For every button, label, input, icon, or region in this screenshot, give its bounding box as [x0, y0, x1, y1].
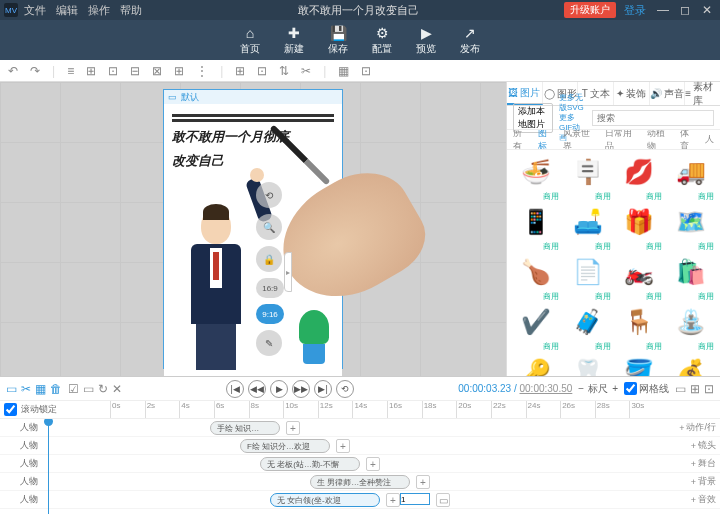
- tl-cut-icon[interactable]: ✂: [21, 382, 31, 396]
- prev-button[interactable]: |◀: [226, 380, 244, 398]
- toolbar-icon[interactable]: ↶: [8, 64, 18, 78]
- panel-tab-声音[interactable]: 🔊声音: [650, 82, 686, 105]
- timeline-clip[interactable]: F绘 知识分…欢迎: [240, 439, 330, 453]
- asset-item[interactable]: 🪑商用: [615, 304, 665, 352]
- tl-opt2-icon[interactable]: ⊞: [690, 382, 700, 396]
- add-clip-button[interactable]: +: [366, 457, 380, 471]
- zoom-tool[interactable]: 🔍: [256, 214, 282, 240]
- login-link[interactable]: 登录: [624, 3, 646, 18]
- category-体育[interactable]: 体育: [680, 130, 697, 150]
- rotate-tool[interactable]: ⟲: [256, 182, 282, 208]
- asset-item[interactable]: 🚚商用: [666, 154, 716, 202]
- timeline-clip[interactable]: 无 女白领(坐-欢迎: [270, 493, 380, 507]
- nav-2[interactable]: 💾保存: [328, 25, 348, 56]
- asset-item[interactable]: 🍗商用: [511, 254, 561, 302]
- asset-item[interactable]: 💰: [666, 354, 716, 376]
- menu-edit[interactable]: 编辑: [56, 3, 78, 18]
- asset-item[interactable]: 💋商用: [615, 154, 665, 202]
- row-track[interactable]: 无 女白领(坐-欢迎+▭: [110, 491, 664, 508]
- category-图标[interactable]: 图标: [538, 130, 555, 150]
- row-track[interactable]: F绘 知识分…欢迎+: [110, 437, 664, 454]
- tl-rect-icon[interactable]: ▭: [83, 382, 94, 396]
- toolbar-icon[interactable]: ↷: [30, 64, 40, 78]
- plant-decor[interactable]: [296, 310, 332, 370]
- toolbar-icon[interactable]: ⊡: [257, 64, 267, 78]
- add-local-image-button[interactable]: 添加本地图片: [513, 103, 553, 133]
- time-ruler[interactable]: 0s2s4s6s8s10s12s14s16s18s20s22s24s26s28s…: [110, 401, 664, 418]
- more-svg-link[interactable]: 更多无版SVG: [559, 93, 586, 113]
- asset-item[interactable]: 🔑: [511, 354, 561, 376]
- row-track[interactable]: 手绘 知识…+: [110, 419, 664, 436]
- total-time[interactable]: 00:00:30.50: [519, 383, 572, 394]
- tl-del-icon[interactable]: 🗑: [50, 382, 62, 396]
- canvas-area[interactable]: ▭ 默认 敢不敢用一个月彻底 改变自己: [0, 82, 506, 376]
- side-add-button[interactable]: +: [691, 459, 696, 469]
- toolbar-icon[interactable]: ⊟: [130, 64, 140, 78]
- tl-refresh-icon[interactable]: ↻: [98, 382, 108, 396]
- toolbar-icon[interactable]: ✂: [301, 64, 311, 78]
- lock-tool[interactable]: 🔒: [256, 246, 282, 272]
- menu-help[interactable]: 帮助: [120, 3, 142, 18]
- nav-1[interactable]: ✚新建: [284, 25, 304, 56]
- toolbar-icon[interactable]: ⊡: [108, 64, 118, 78]
- zoom-in-button[interactable]: +: [612, 383, 618, 394]
- gridline-checkbox[interactable]: 网格线: [624, 382, 669, 396]
- panel-tab-图片[interactable]: 🖼图片: [507, 82, 543, 105]
- asset-item[interactable]: 🦷: [563, 354, 613, 376]
- row-track[interactable]: 生 男律师…全种赞注+: [110, 473, 664, 490]
- asset-item[interactable]: 🪧商用: [563, 154, 613, 202]
- tl-x-icon[interactable]: ✕: [112, 382, 122, 396]
- category-日常用品[interactable]: 日常用品: [605, 130, 639, 150]
- timeline-clip[interactable]: 生 男律师…全种赞注: [310, 475, 410, 489]
- playhead[interactable]: [48, 419, 49, 514]
- category-所有[interactable]: 所有: [513, 130, 530, 150]
- category-动植物[interactable]: 动植物: [647, 130, 672, 150]
- menu-action[interactable]: 操作: [88, 3, 110, 18]
- ratio-16-9[interactable]: 16:9: [256, 278, 284, 298]
- minimize-button[interactable]: —: [654, 3, 672, 17]
- side-add-button[interactable]: +: [691, 477, 696, 487]
- add-clip-button[interactable]: +: [416, 475, 430, 489]
- tl-grid-icon[interactable]: ▦: [35, 382, 46, 396]
- tl-clip-icon[interactable]: ▭: [6, 382, 17, 396]
- clip-extra-icon[interactable]: ▭: [436, 493, 450, 507]
- asset-item[interactable]: 📄商用: [563, 254, 613, 302]
- add-clip-button[interactable]: +: [336, 439, 350, 453]
- maximize-button[interactable]: ◻: [676, 3, 694, 17]
- clip-edit-input[interactable]: [400, 493, 430, 505]
- asset-search-input[interactable]: [592, 110, 714, 126]
- panel-tab-装饰[interactable]: ✦装饰: [614, 82, 650, 105]
- asset-item[interactable]: 🏍️商用: [615, 254, 665, 302]
- back-button[interactable]: ◀◀: [248, 380, 266, 398]
- play-button[interactable]: ▶: [270, 380, 288, 398]
- asset-item[interactable]: 🧳商用: [563, 304, 613, 352]
- loop-button[interactable]: ⟲: [336, 380, 354, 398]
- asset-item[interactable]: 📱商用: [511, 204, 561, 252]
- timeline-clip[interactable]: 手绘 知识…: [210, 421, 280, 435]
- headline-text-1[interactable]: 敢不敢用一个月彻底: [172, 128, 334, 146]
- tl-check-icon[interactable]: ☑: [68, 382, 79, 396]
- menu-file[interactable]: 文件: [24, 3, 46, 18]
- toolbar-icon[interactable]: ⊞: [235, 64, 245, 78]
- toolbar-icon[interactable]: ≡: [67, 64, 74, 78]
- canvas-frame[interactable]: ▭ 默认 敢不敢用一个月彻底 改变自己: [163, 89, 343, 369]
- asset-item[interactable]: ✔️商用: [511, 304, 561, 352]
- toolbar-icon[interactable]: ⋮: [196, 64, 208, 78]
- upgrade-button[interactable]: 升级账户: [564, 2, 616, 18]
- panel-collapse-handle[interactable]: ▸: [284, 252, 292, 292]
- next-button[interactable]: ▶|: [314, 380, 332, 398]
- toolbar-icon[interactable]: ⊞: [174, 64, 184, 78]
- asset-item[interactable]: 🛍️商用: [666, 254, 716, 302]
- toolbar-icon[interactable]: ▦: [338, 64, 349, 78]
- zoom-out-button[interactable]: −: [578, 383, 584, 394]
- category-风景世界[interactable]: 风景世界: [563, 130, 597, 150]
- add-clip-button[interactable]: +: [286, 421, 300, 435]
- headline-text-2[interactable]: 改变自己: [172, 152, 334, 170]
- add-clip-button[interactable]: +: [386, 493, 400, 507]
- toolbar-icon[interactable]: ⊠: [152, 64, 162, 78]
- character-businessman[interactable]: [176, 208, 256, 368]
- asset-item[interactable]: 🪣: [615, 354, 665, 376]
- scene-tab-label[interactable]: 默认: [181, 91, 199, 104]
- nav-3[interactable]: ⚙配置: [372, 25, 392, 56]
- toolbar-icon[interactable]: ⊞: [86, 64, 96, 78]
